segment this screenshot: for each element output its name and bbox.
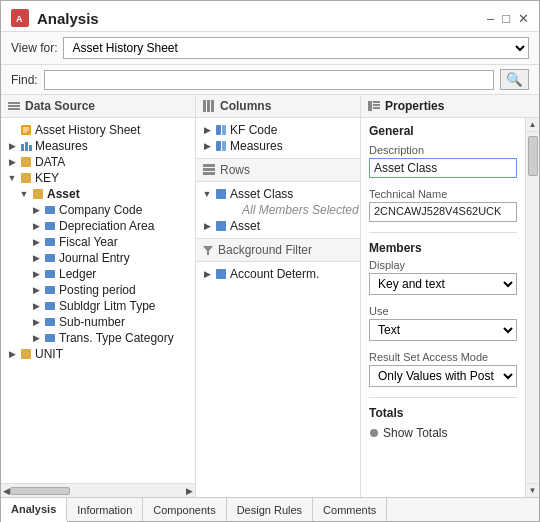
expander-depreciation-area[interactable]: ▶ (29, 219, 43, 233)
svg-rect-4 (8, 108, 20, 110)
datasource-title: Data Source (25, 99, 95, 113)
col-kf-code[interactable]: ▶ KF Code (196, 122, 360, 138)
scroll-down-button[interactable]: ▼ (526, 483, 539, 497)
tree-item-posting-period[interactable]: ▶ Posting period (1, 282, 195, 298)
row-asset-class[interactable]: ▼ Asset Class (196, 186, 360, 202)
properties-icon (367, 99, 381, 113)
datasource-hscroll[interactable]: ◀ ▶ (1, 483, 195, 497)
tree-item-ledger[interactable]: ▶ Ledger (1, 266, 195, 282)
scroll-thumb[interactable] (528, 136, 538, 176)
row-asset-label: Asset (230, 219, 260, 233)
use-select[interactable]: Text Key (369, 319, 517, 341)
col-measures-label: Measures (230, 139, 283, 153)
rows-icon (202, 163, 216, 177)
col-measures[interactable]: ▶ Measures (196, 138, 360, 154)
bg-filter-header: Background Filter (196, 238, 360, 262)
expander-row-asset[interactable]: ▶ (200, 219, 214, 233)
svg-rect-39 (368, 101, 372, 111)
subldgr-label: Subldgr Litm Type (59, 299, 156, 313)
scroll-up-button[interactable]: ▲ (526, 118, 539, 132)
svg-rect-20 (45, 286, 55, 294)
expander-account-determ[interactable]: ▶ (200, 267, 214, 281)
tree-item-unit[interactable]: ▶ UNIT (1, 346, 195, 362)
show-totals-label: Show Totals (383, 426, 447, 440)
datasource-tree: Asset History Sheet ▶ Measures ▶ D (1, 118, 195, 483)
tab-components[interactable]: Components (143, 498, 226, 521)
left-arrow[interactable]: ◀ (3, 486, 10, 496)
tree-item-depreciation-area[interactable]: ▶ Depreciation Area (1, 218, 195, 234)
expander-ledger[interactable]: ▶ (29, 267, 43, 281)
svg-marker-37 (203, 246, 213, 255)
filter-icon (202, 244, 214, 256)
expander-fiscal-year[interactable]: ▶ (29, 235, 43, 249)
display-group: Display Key and text Key only Text only (369, 259, 517, 295)
tree-item-asset[interactable]: ▼ Asset (1, 186, 195, 202)
find-input[interactable] (44, 70, 494, 90)
expander-trans-type[interactable]: ▶ (29, 331, 43, 345)
tree-item-trans-type[interactable]: ▶ Trans. Type Category (1, 330, 195, 346)
ledger-label: Ledger (59, 267, 96, 281)
properties-title: Properties (385, 99, 444, 113)
analysis-window: A Analysis – □ ✕ View for: Asset History… (0, 0, 540, 522)
row-asset[interactable]: ▶ Asset (196, 218, 360, 234)
tree-item-key[interactable]: ▼ KEY (1, 170, 195, 186)
tree-item-measures[interactable]: ▶ Measures (1, 138, 195, 154)
tab-comments[interactable]: Comments (313, 498, 387, 521)
tree-item-fiscal-year[interactable]: ▶ Fiscal Year (1, 234, 195, 250)
sheet-icon (19, 123, 33, 137)
trans-type-label: Trans. Type Category (59, 331, 174, 345)
props-vscrollbar[interactable]: ▲ ▼ (525, 118, 539, 497)
svg-rect-3 (8, 105, 20, 107)
expander-key[interactable]: ▼ (5, 171, 19, 185)
trans-type-icon (43, 331, 57, 345)
columns-icon (202, 99, 216, 113)
tab-analysis[interactable]: Analysis (1, 498, 67, 522)
expander-unit[interactable]: ▶ (5, 347, 19, 361)
expander-data[interactable]: ▶ (5, 155, 19, 169)
view-for-select[interactable]: Asset History Sheet (63, 37, 529, 59)
tree-item-data[interactable]: ▶ DATA (1, 154, 195, 170)
tree-item-company-code[interactable]: ▶ Company Code (1, 202, 195, 218)
key-icon (19, 171, 33, 185)
svg-rect-14 (33, 189, 43, 199)
data-icon (19, 155, 33, 169)
svg-rect-13 (21, 173, 31, 183)
expander-posting-period[interactable]: ▶ (29, 283, 43, 297)
window-title: Analysis (37, 10, 99, 27)
filter-account-determ[interactable]: ▶ Account Determ. (196, 266, 360, 282)
find-button[interactable]: 🔍 (500, 69, 529, 90)
expander-col-measures[interactable]: ▶ (200, 139, 214, 153)
tab-information[interactable]: Information (67, 498, 143, 521)
columns-items: ▶ KF Code ▶ Measures (196, 118, 360, 158)
right-arrow[interactable]: ▶ (186, 486, 193, 496)
tree-item-asset-history-sheet[interactable]: Asset History Sheet (1, 122, 195, 138)
maximize-button[interactable]: □ (502, 11, 510, 26)
expander-company-code[interactable]: ▶ (29, 203, 43, 217)
expander-measures[interactable]: ▶ (5, 139, 19, 153)
account-determ-label: Account Determ. (230, 267, 319, 281)
tree-item-sub-number[interactable]: ▶ Sub-number (1, 314, 195, 330)
show-totals-icon (369, 428, 379, 438)
result-set-select[interactable]: Only Values with Post All Values (369, 365, 517, 387)
find-label: Find: (11, 73, 38, 87)
tree-item-journal-entry[interactable]: ▶ Journal Entry (1, 250, 195, 266)
find-row: Find: 🔍 (1, 65, 539, 95)
props-content: General Description Asset Class Technica… (361, 118, 525, 497)
expander-asset[interactable]: ▼ (17, 187, 31, 201)
display-select[interactable]: Key and text Key only Text only (369, 273, 517, 295)
close-button[interactable]: ✕ (518, 11, 529, 26)
expander-subldgr[interactable]: ▶ (29, 299, 43, 313)
scroll-track[interactable] (526, 132, 539, 483)
svg-rect-22 (45, 318, 55, 326)
minimize-button[interactable]: – (487, 11, 494, 26)
window-controls[interactable]: – □ ✕ (487, 11, 529, 26)
bg-filter-items: ▶ Account Determ. (196, 262, 360, 286)
expander-asset-class[interactable]: ▼ (200, 187, 214, 201)
tab-design-rules[interactable]: Design Rules (227, 498, 313, 521)
tree-item-subldgr[interactable]: ▶ Subldgr Litm Type (1, 298, 195, 314)
expander-journal-entry[interactable]: ▶ (29, 251, 43, 265)
expander-kf-code[interactable]: ▶ (200, 123, 214, 137)
expander-sub-number[interactable]: ▶ (29, 315, 43, 329)
row-all-members: All Members Selected (196, 202, 360, 218)
hscroll-thumb[interactable] (10, 487, 70, 495)
